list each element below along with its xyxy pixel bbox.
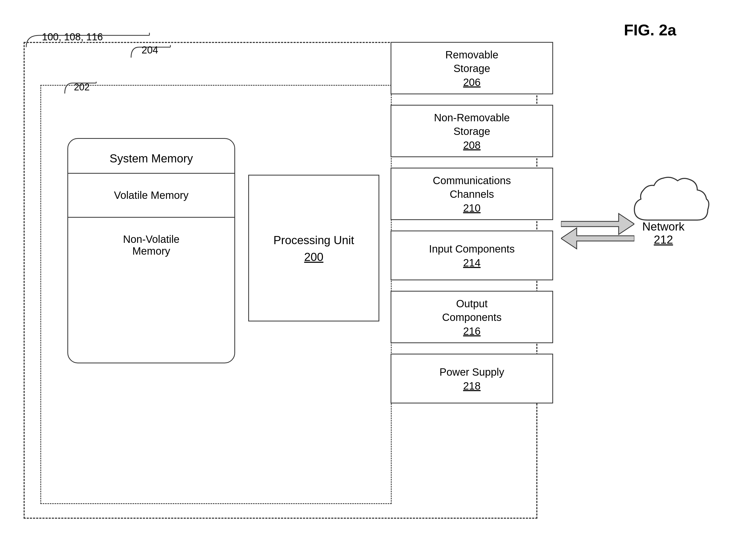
removable-storage-number: 206 [463, 77, 481, 88]
communications-channels-number: 210 [463, 202, 481, 214]
inner-box: 202 System Memory Volatile Memory Non-Vo… [40, 85, 392, 504]
diagram-container: FIG. 2a 100, 108, 116 204 202 [16, 16, 697, 529]
power-supply-box: Power Supply 218 [391, 354, 553, 403]
network-title: Network [642, 220, 684, 233]
communications-channels-title: CommunicationsChannels [433, 174, 511, 201]
removable-storage-box: RemovableStorage 206 [391, 42, 553, 94]
outer-box-label-text: 100, 108, 116 [42, 31, 103, 43]
power-supply-title: Power Supply [440, 365, 504, 379]
non-volatile-memory-section: Non-VolatileMemory [68, 218, 234, 273]
network-label: Network 212 [642, 220, 684, 246]
output-components-number: 216 [463, 325, 481, 337]
arrows-area [561, 210, 634, 253]
input-components-box: Input Components 214 [391, 231, 553, 280]
processing-unit-box: Processing Unit 200 [248, 175, 379, 321]
network-number: 212 [642, 233, 684, 246]
volatile-memory-section: Volatile Memory [68, 174, 234, 218]
memory-label-area: 202 [62, 82, 115, 96]
output-components-title: OutputComponents [442, 297, 502, 324]
non-volatile-memory-label: Non-VolatileMemory [123, 234, 180, 257]
communications-channels-box: CommunicationsChannels 210 [391, 168, 553, 220]
output-components-box: OutputComponents 216 [391, 291, 553, 343]
non-removable-storage-number: 208 [463, 139, 481, 151]
input-components-number: 214 [463, 257, 481, 269]
memory-label: 202 [74, 82, 90, 93]
processing-unit-number: 200 [304, 251, 323, 264]
input-components-title: Input Components [429, 242, 515, 256]
right-column: RemovableStorage 206 Non-RemovableStorag… [391, 42, 564, 403]
network-area: Network 212 [627, 168, 716, 242]
non-removable-storage-title: Non-RemovableStorage [434, 111, 510, 138]
volatile-memory-label: Volatile Memory [114, 190, 189, 201]
power-supply-number: 218 [463, 380, 481, 392]
removable-storage-title: RemovableStorage [445, 48, 498, 75]
fig-label: FIG. 2a [624, 21, 676, 39]
processing-unit-title: Processing Unit [273, 233, 354, 248]
non-removable-storage-box: Non-RemovableStorage 208 [391, 105, 553, 157]
system-memory-title: System Memory [68, 139, 234, 174]
system-memory-box: System Memory Volatile Memory Non-Volati… [67, 138, 235, 363]
